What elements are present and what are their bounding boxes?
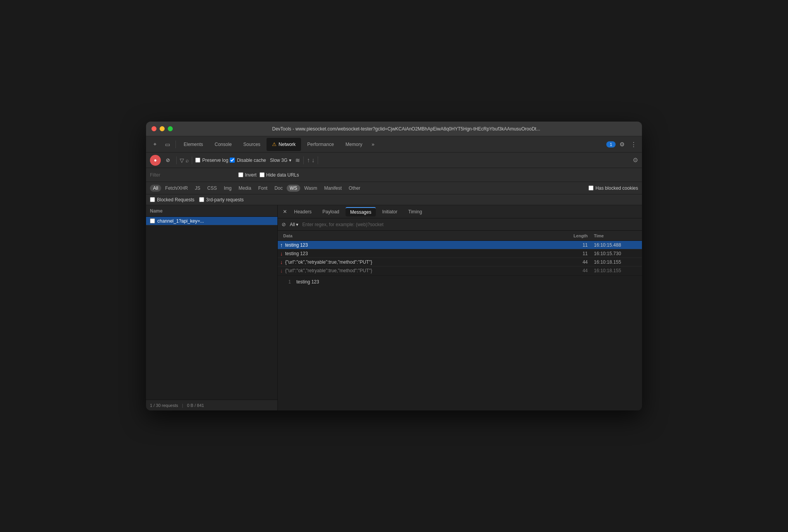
tab-memory[interactable]: Memory	[340, 138, 368, 151]
type-fetch-xhr-button[interactable]: Fetch/XHR	[162, 185, 191, 192]
messages-tab-bar: ✕ Headers Payload Messages Initiator Tim…	[278, 205, 642, 218]
message-filter-select[interactable]: All ▾	[288, 221, 300, 228]
type-other-button[interactable]: Other	[346, 185, 363, 192]
preserve-log-checkbox[interactable]	[195, 158, 200, 163]
tab-console[interactable]: Console	[209, 138, 237, 151]
disable-cache-label[interactable]: Disable cache	[230, 158, 266, 163]
type-wasm-button[interactable]: Wasm	[301, 185, 320, 192]
type-manifest-button[interactable]: Manifest	[321, 185, 345, 192]
col-length-header: Length	[553, 233, 592, 238]
message-time: 16:10:15.730	[592, 251, 642, 256]
clear-button[interactable]: ⊘	[162, 155, 173, 166]
export-icon[interactable]: ↓	[311, 157, 315, 164]
tab-memory-label: Memory	[346, 142, 362, 147]
message-row[interactable]: ↓ testing 123 11 16:10:15.730	[278, 249, 642, 258]
no-entry-icon[interactable]: ⊘	[282, 221, 286, 227]
message-row[interactable]: ↑ testing 123 11 16:10:15.488	[278, 241, 642, 249]
request-checkbox[interactable]	[150, 218, 155, 223]
toolbar-separator-1	[176, 156, 177, 164]
type-doc-button[interactable]: Doc	[271, 185, 286, 192]
third-party-checkbox[interactable]	[199, 197, 204, 202]
tab-sources-label: Sources	[243, 142, 260, 147]
type-js-button[interactable]: JS	[192, 185, 203, 192]
filter-bar: Invert Hide data URLs	[146, 168, 642, 182]
preserve-log-label[interactable]: Preserve log	[195, 158, 228, 163]
blocked-requests-checkbox[interactable]	[150, 197, 155, 202]
minimize-button[interactable]	[160, 126, 165, 131]
type-css-button[interactable]: CSS	[204, 185, 220, 192]
tab-sources[interactable]: Sources	[238, 138, 266, 151]
message-data-cell: ↓ testing 123	[278, 251, 553, 257]
message-data: {"url":"ok","retryable":true,"method":"P…	[285, 259, 372, 265]
message-length: 11	[553, 242, 592, 248]
filter-input[interactable]	[150, 171, 235, 179]
type-img-button[interactable]: Img	[221, 185, 235, 192]
disable-cache-checkbox[interactable]	[230, 158, 235, 163]
message-length: 11	[553, 251, 592, 256]
tab-initiator[interactable]: Initiator	[377, 208, 402, 216]
line-number: 1	[283, 278, 291, 286]
message-time: 16:10:15.488	[592, 242, 642, 248]
settings-icon[interactable]: ⚙	[616, 139, 627, 150]
toolbar-separator-4	[318, 156, 318, 164]
type-all-button[interactable]: All	[150, 185, 161, 192]
close-panel-icon[interactable]: ✕	[282, 209, 288, 215]
search-icon[interactable]: ⌕	[186, 157, 189, 163]
tab-performance[interactable]: Performance	[302, 138, 339, 151]
message-data: testing 123	[285, 242, 308, 248]
hide-data-urls-label[interactable]: Hide data URLs	[260, 172, 299, 178]
invert-filter-checkbox[interactable]	[238, 172, 243, 177]
messages-table: Data Length Time ↑ testing 123 11 16:10:…	[278, 231, 642, 275]
request-item[interactable]: channel_1?api_key=...	[146, 217, 277, 225]
has-blocked-cookies-label[interactable]: Has blocked cookies	[588, 185, 638, 191]
tab-payload[interactable]: Payload	[318, 208, 344, 216]
message-row[interactable]: ↓ {"url":"ok","retryable":true,"method":…	[278, 266, 642, 275]
throttle-dropdown[interactable]: Slow 3G ▾	[268, 156, 294, 164]
more-options-icon[interactable]: ⋮	[628, 139, 639, 150]
cursor-icon[interactable]: ⌖	[149, 139, 161, 150]
record-button[interactable]: ●	[150, 155, 161, 166]
network-settings-icon[interactable]: ⚙	[633, 156, 638, 164]
filter-icon[interactable]: ▽	[180, 157, 184, 163]
message-row[interactable]: ↓ {"url":"ok","retryable":true,"method":…	[278, 258, 642, 266]
arrow-down-icon: ↓	[280, 251, 283, 257]
requests-list[interactable]: channel_1?api_key=...	[146, 217, 277, 400]
hide-data-urls-checkbox[interactable]	[260, 172, 265, 177]
notification-badge[interactable]: 1	[606, 141, 616, 148]
import-icon[interactable]: ↑	[307, 157, 310, 164]
tab-headers[interactable]: Headers	[289, 208, 316, 216]
blocked-requests-label[interactable]: Blocked Requests	[150, 197, 194, 203]
invert-filter-label[interactable]: Invert	[238, 172, 256, 178]
tab-elements[interactable]: Elements	[178, 138, 208, 151]
request-count: 1 / 30 requests	[150, 403, 178, 408]
arrow-down-icon: ↓	[280, 259, 283, 265]
message-time: 16:10:18.155	[592, 259, 642, 265]
network-conditions-icon[interactable]: ≋	[295, 157, 300, 164]
tab-network-label: Network	[279, 142, 296, 147]
third-party-requests-label[interactable]: 3rd-party requests	[199, 197, 244, 203]
message-data-cell: ↓ {"url":"ok","retryable":true,"method":…	[278, 268, 553, 274]
message-filter-input[interactable]	[302, 220, 638, 229]
tab-messages[interactable]: Messages	[346, 207, 376, 216]
requests-footer: 1 / 30 requests | 0 B / 841	[146, 400, 277, 410]
detail-line: 1 testing 123	[283, 278, 637, 286]
close-button[interactable]	[151, 126, 157, 131]
transferred-size: 0 B / 841	[187, 403, 204, 408]
arrow-up-icon: ↑	[280, 242, 283, 248]
type-font-button[interactable]: Font	[255, 185, 270, 192]
more-tabs-button[interactable]: »	[368, 139, 377, 150]
tab-bar: ⌖ ▭ Elements Console Sources ⚠ Network P…	[146, 136, 642, 153]
has-blocked-cookies-checkbox[interactable]	[588, 185, 594, 190]
type-media-button[interactable]: Media	[236, 185, 255, 192]
dropdown-arrow-icon: ▾	[289, 158, 291, 163]
blocked-bar: Blocked Requests 3rd-party requests	[146, 194, 642, 205]
main-content: Name channel_1?api_key=... 1 / 30 reques…	[146, 205, 642, 410]
maximize-button[interactable]	[168, 126, 173, 131]
tab-console-label: Console	[215, 142, 232, 147]
tab-network[interactable]: ⚠ Network	[267, 138, 301, 151]
tab-timing[interactable]: Timing	[404, 208, 427, 216]
arrow-down-icon: ↓	[280, 268, 283, 274]
type-ws-button[interactable]: WS	[287, 185, 300, 192]
device-icon[interactable]: ▭	[162, 139, 173, 150]
col-time-header: Time	[592, 233, 642, 238]
